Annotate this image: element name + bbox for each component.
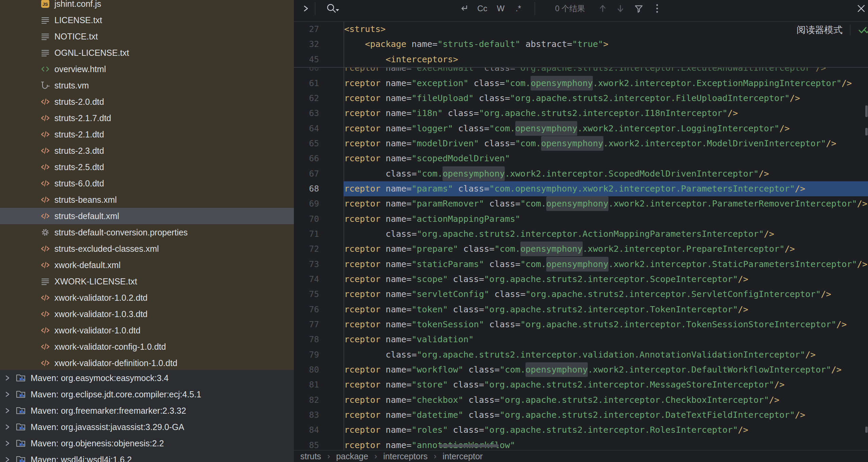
chevron-right-icon[interactable] <box>3 439 12 448</box>
code-line-84[interactable]: 84rceptor name="roles" class="org.apache… <box>294 423 868 438</box>
line-number[interactable]: 68 <box>294 181 319 196</box>
scrollbar-stripe-mark[interactable] <box>865 427 868 433</box>
line-number[interactable]: 69 <box>294 196 319 211</box>
line-number[interactable]: 32 <box>294 37 319 52</box>
tree-item-struts-2.0.dtd[interactable]: struts-2.0.dtd <box>0 94 294 110</box>
previous-occurrence-icon[interactable] <box>596 0 610 17</box>
tree-item-struts-2.3.dtd[interactable]: struts-2.3.dtd <box>0 143 294 159</box>
code-line-68[interactable]: 68rceptor name="params" class="com.opens… <box>294 181 868 197</box>
code-line-27[interactable]: 27<struts> <box>294 22 868 37</box>
breadcrumb-item-struts[interactable]: struts <box>300 451 321 461</box>
search-history-icon[interactable] <box>324 0 341 17</box>
tree-item-NOTICE.txt[interactable]: NOTICE.txt <box>0 28 294 45</box>
code-line-77[interactable]: 77rceptor name="tokenSession" class="org… <box>294 317 868 332</box>
code-line-70[interactable]: 70rceptor name="actionMappingParams" <box>294 212 868 227</box>
line-number[interactable]: 76 <box>294 302 319 317</box>
tree-item-struts-beans.xml[interactable]: struts-beans.xml <box>0 192 294 208</box>
tree-library-item[interactable]: Maven: org.easymock:easymock:3.4 <box>0 370 294 386</box>
line-number[interactable]: 67 <box>294 166 319 181</box>
code-line-65[interactable]: 65rceptor name="modelDriven" class="com.… <box>294 136 868 151</box>
tree-library-item[interactable]: Maven: wsdl4j:wsdl4j:1.6.2 <box>0 451 294 462</box>
code-line-83[interactable]: 83rceptor name="datetime" class="org.apa… <box>294 408 868 423</box>
tree-item-struts.vm[interactable]: struts.vm <box>0 77 294 94</box>
tree-item-xwork-validator-1.0.dtd[interactable]: xwork-validator-1.0.dtd <box>0 322 294 339</box>
line-number[interactable]: 65 <box>294 136 319 151</box>
tree-library-item[interactable]: Maven: org.eclipse.jdt.core.compiler:ecj… <box>0 386 294 402</box>
breadcrumb-item-interceptors[interactable]: interceptors <box>383 451 428 461</box>
line-number[interactable]: 61 <box>294 76 319 91</box>
line-number[interactable]: 66 <box>294 151 319 166</box>
chevron-right-icon[interactable] <box>3 455 12 462</box>
code-line-72[interactable]: 72rceptor name="prepare" class="com.open… <box>294 242 868 257</box>
line-number[interactable]: 62 <box>294 91 319 106</box>
breadcrumb-item-package[interactable]: package <box>336 451 368 461</box>
tree-library-item[interactable]: Maven: org.objenesis:objenesis:2.2 <box>0 435 294 451</box>
code-line-64[interactable]: 64rceptor name="logger" class="com.opens… <box>294 121 868 136</box>
tree-item-OGNL-LICENSE.txt[interactable]: OGNL-LICENSE.txt <box>0 45 294 61</box>
chevron-right-icon[interactable] <box>3 390 12 399</box>
sticky-context-lines[interactable]: 27<struts>32 <package name="struts-defau… <box>294 22 868 68</box>
line-number[interactable]: 82 <box>294 393 319 408</box>
code-line-32[interactable]: 32 <package name="struts-default" abstra… <box>294 37 868 52</box>
tree-item-xwork-validator-definition-1.0.dtd[interactable]: xwork-validator-definition-1.0.dtd <box>0 355 294 371</box>
line-number[interactable]: 73 <box>294 257 319 272</box>
tree-item-XWORK-LICENSE.txt[interactable]: XWORK-LICENSE.txt <box>0 273 294 290</box>
line-number[interactable]: 85 <box>294 438 319 450</box>
next-occurrence-icon[interactable] <box>614 0 627 17</box>
code-line-66[interactable]: 66rceptor name="scopedModelDriven" <box>294 151 868 166</box>
code-line-62[interactable]: 62rceptor name="fileUpload" class="org.a… <box>294 91 868 106</box>
tree-item-struts-default-conversion.properties[interactable]: struts-default-conversion.properties <box>0 224 294 241</box>
reader-mode-toggle[interactable]: 阅读器模式 <box>797 24 842 36</box>
line-number[interactable]: 77 <box>294 317 319 332</box>
code-line-67[interactable]: 67 class="com.opensymphony.xwork2.interc… <box>294 166 868 182</box>
code-line-79[interactable]: 79 class="org.apache.struts2.interceptor… <box>294 347 868 363</box>
chevron-right-icon[interactable] <box>3 374 12 382</box>
close-search-icon[interactable] <box>854 0 868 17</box>
code-line-80[interactable]: 80rceptor name="workflow" class="com.ope… <box>294 362 868 378</box>
tree-library-item[interactable]: Maven: org.freemarker:freemarker:2.3.32 <box>0 402 294 419</box>
tree-item-jshint.conf.js[interactable]: JSjshint.conf.js <box>0 0 294 12</box>
code-line-45[interactable]: 45 <interceptors> <box>294 52 868 67</box>
scrollbar-stripe-mark[interactable] <box>865 128 868 135</box>
line-number[interactable]: 75 <box>294 287 319 302</box>
tree-item-struts-2.5.dtd[interactable]: struts-2.5.dtd <box>0 159 294 175</box>
code-line-73[interactable]: 73rceptor name="staticParams" class="com… <box>294 257 868 272</box>
horizontal-scrollbar-thumb[interactable] <box>439 444 499 447</box>
breadcrumb-item-interceptor[interactable]: interceptor <box>443 451 483 461</box>
code-line-85[interactable]: 85rceptor name="annotationWorkflow" <box>294 438 868 450</box>
newline-icon[interactable] <box>456 0 471 17</box>
scrollbar-stripe-mark[interactable] <box>865 105 868 117</box>
line-number[interactable]: 70 <box>294 212 319 227</box>
line-number[interactable]: 83 <box>294 408 319 423</box>
words-toggle[interactable]: W <box>493 0 508 17</box>
line-number[interactable]: 71 <box>294 227 319 242</box>
line-number[interactable]: 74 <box>294 272 319 287</box>
tree-item-struts-default.xml[interactable]: struts-default.xml <box>0 208 294 224</box>
line-number[interactable]: 81 <box>294 377 319 392</box>
match-case-toggle[interactable]: Cc <box>473 0 491 17</box>
expand-replace-chevron-icon[interactable] <box>300 0 312 17</box>
code-line-76[interactable]: 76rceptor name="token" class="org.apache… <box>294 302 868 317</box>
tree-item-xwork-validator-config-1.0.dtd[interactable]: xwork-validator-config-1.0.dtd <box>0 339 294 355</box>
code-viewport[interactable]: 60rceptor name="execAndWait" class="org.… <box>294 22 868 450</box>
line-number[interactable]: 27 <box>294 22 319 37</box>
code-line-74[interactable]: 74rceptor name="scope" class="org.apache… <box>294 272 868 287</box>
tree-item-xwork-validator-1.0.3.dtd[interactable]: xwork-validator-1.0.3.dtd <box>0 306 294 322</box>
tree-item-struts-excluded-classes.xml[interactable]: struts-excluded-classes.xml <box>0 241 294 257</box>
tree-item-LICENSE.txt[interactable]: LICENSE.txt <box>0 12 294 28</box>
search-input[interactable] <box>341 0 454 17</box>
filter-search-results-icon[interactable] <box>631 0 646 17</box>
code-line-78[interactable]: 78rceptor name="validation" <box>294 332 868 347</box>
more-options-kebab-icon[interactable] <box>651 0 663 17</box>
line-number[interactable]: 80 <box>294 362 319 377</box>
tree-item-struts-2.1.dtd[interactable]: struts-2.1.dtd <box>0 126 294 143</box>
line-number[interactable]: 63 <box>294 106 319 121</box>
tree-item-struts-6.0.dtd[interactable]: struts-6.0.dtd <box>0 175 294 192</box>
tree-item-struts-2.1.7.dtd[interactable]: struts-2.1.7.dtd <box>0 110 294 126</box>
code-line-81[interactable]: 81rceptor name="store" class="org.apache… <box>294 377 868 393</box>
regex-toggle[interactable]: .* <box>510 0 527 17</box>
line-number[interactable]: 79 <box>294 347 319 362</box>
line-number[interactable]: 64 <box>294 121 319 136</box>
line-number[interactable]: 84 <box>294 423 319 438</box>
tree-library-item[interactable]: Maven: org.javassist:javassist:3.29.0-GA <box>0 419 294 435</box>
